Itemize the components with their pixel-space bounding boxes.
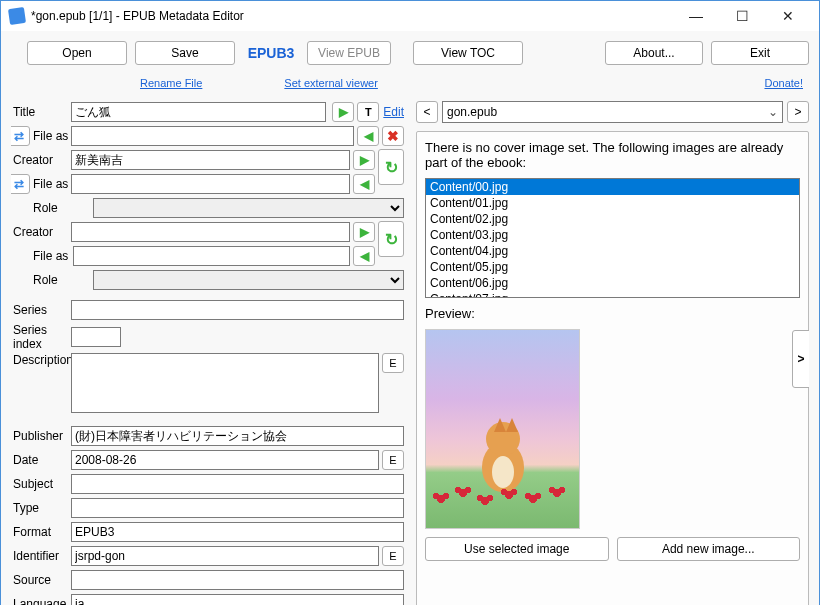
creator1-role-label: Role xyxy=(11,201,93,215)
prev-file-button[interactable]: < xyxy=(416,101,438,123)
creator2-cycle-button[interactable]: ↻ xyxy=(378,221,404,257)
description-label: Description xyxy=(11,353,71,367)
creator2-label: Creator xyxy=(11,225,71,239)
file-selector-value: gon.epub xyxy=(447,105,497,119)
type-input[interactable] xyxy=(71,498,404,518)
creator1-input[interactable] xyxy=(71,150,350,170)
list-item[interactable]: Content/01.jpg xyxy=(426,195,799,211)
date-input[interactable] xyxy=(71,450,379,470)
image-list[interactable]: Content/00.jpg Content/01.jpg Content/02… xyxy=(425,178,800,298)
creator1-label: Creator xyxy=(11,153,71,167)
identifier-input[interactable] xyxy=(71,546,379,566)
creator1-fileas-label: File as xyxy=(31,177,71,191)
maximize-button[interactable]: ☐ xyxy=(719,1,765,31)
creator2-role-select[interactable] xyxy=(93,270,404,290)
list-item[interactable]: Content/04.jpg xyxy=(426,243,799,259)
list-item[interactable]: Content/05.jpg xyxy=(426,259,799,275)
subject-label: Subject xyxy=(11,477,71,491)
series-label: Series xyxy=(11,303,71,317)
exit-button[interactable]: Exit xyxy=(711,41,809,65)
identifier-label: Identifier xyxy=(11,549,71,563)
creator2-input[interactable] xyxy=(71,222,350,242)
use-selected-image-button[interactable]: Use selected image xyxy=(425,537,609,561)
list-item[interactable]: Content/07.jpg xyxy=(426,291,799,298)
format-input[interactable] xyxy=(71,522,404,542)
open-button[interactable]: Open xyxy=(27,41,127,65)
language-label: Language xyxy=(11,597,71,605)
publisher-input[interactable] xyxy=(71,426,404,446)
creator1-cycle-button[interactable]: ↻ xyxy=(378,149,404,185)
creator2-role-label: Role xyxy=(11,273,93,287)
creator1-fileas-input[interactable] xyxy=(71,174,350,194)
source-input[interactable] xyxy=(71,570,404,590)
title-input[interactable] xyxy=(71,102,326,122)
creator1-next-icon[interactable]: ▶ xyxy=(353,150,375,170)
list-item[interactable]: Content/02.jpg xyxy=(426,211,799,227)
window-title: *gon.epub [1/1] - EPUB Metadata Editor xyxy=(31,9,673,23)
close-button[interactable]: ✕ xyxy=(765,1,811,31)
preview-label: Preview: xyxy=(425,306,800,321)
description-input[interactable] xyxy=(71,353,379,413)
series-index-label: Series index xyxy=(11,323,71,351)
title-T-button[interactable]: T xyxy=(357,102,379,122)
save-button[interactable]: Save xyxy=(135,41,235,65)
creator2-prev-icon[interactable]: ◀ xyxy=(353,246,375,266)
creator1-prev-icon[interactable]: ◀ xyxy=(353,174,375,194)
preview-image xyxy=(425,329,580,529)
publisher-label: Publisher xyxy=(11,429,71,443)
file-selector[interactable]: gon.epub ⌄ xyxy=(442,101,783,123)
title-edit-link[interactable]: Edit xyxy=(383,105,404,119)
creator1-role-select[interactable] xyxy=(93,198,404,218)
set-external-viewer-link[interactable]: Set external viewer xyxy=(284,77,378,89)
language-input[interactable] xyxy=(71,594,404,605)
chevron-down-icon: ⌄ xyxy=(768,105,778,119)
title-prev-icon[interactable]: ◀ xyxy=(357,126,379,146)
title-fileas-input[interactable] xyxy=(71,126,354,146)
cover-message: There is no cover image set. The followi… xyxy=(425,140,800,170)
series-input[interactable] xyxy=(71,300,404,320)
titlebar: *gon.epub [1/1] - EPUB Metadata Editor —… xyxy=(1,1,819,31)
creator2-next-icon[interactable]: ▶ xyxy=(353,222,375,242)
description-edit-button[interactable]: E xyxy=(382,353,404,373)
app-icon xyxy=(8,7,26,25)
epub3-label: EPUB3 xyxy=(243,45,299,61)
date-label: Date xyxy=(11,453,71,467)
about-button[interactable]: About... xyxy=(605,41,703,65)
cover-panel: There is no cover image set. The followi… xyxy=(416,131,809,605)
list-item[interactable]: Content/00.jpg xyxy=(426,179,799,195)
list-item[interactable]: Content/03.jpg xyxy=(426,227,799,243)
title-next-icon[interactable]: ▶ xyxy=(332,102,354,122)
format-label: Format xyxy=(11,525,71,539)
series-index-input[interactable] xyxy=(71,327,121,347)
title-label: Title xyxy=(11,105,71,119)
side-expand-button[interactable]: > xyxy=(792,330,809,388)
type-label: Type xyxy=(11,501,71,515)
swap-title-fileas-icon[interactable]: ⇄ xyxy=(11,126,30,146)
date-edit-button[interactable]: E xyxy=(382,450,404,470)
toolbar: Open Save EPUB3 View EPUB View TOC About… xyxy=(11,39,809,69)
creator2-fileas-input[interactable] xyxy=(73,246,350,266)
view-epub-button[interactable]: View EPUB xyxy=(307,41,391,65)
minimize-button[interactable]: — xyxy=(673,1,719,31)
source-label: Source xyxy=(11,573,71,587)
list-item[interactable]: Content/06.jpg xyxy=(426,275,799,291)
view-toc-button[interactable]: View TOC xyxy=(413,41,523,65)
subject-input[interactable] xyxy=(71,474,404,494)
donate-link[interactable]: Donate! xyxy=(764,77,803,89)
identifier-edit-button[interactable]: E xyxy=(382,546,404,566)
next-file-button[interactable]: > xyxy=(787,101,809,123)
add-new-image-button[interactable]: Add new image... xyxy=(617,537,801,561)
title-fileas-label: File as xyxy=(31,129,71,143)
rename-file-link[interactable]: Rename File xyxy=(140,77,202,89)
title-delete-button[interactable]: ✖ xyxy=(382,126,404,146)
swap-creator1-fileas-icon[interactable]: ⇄ xyxy=(11,174,30,194)
